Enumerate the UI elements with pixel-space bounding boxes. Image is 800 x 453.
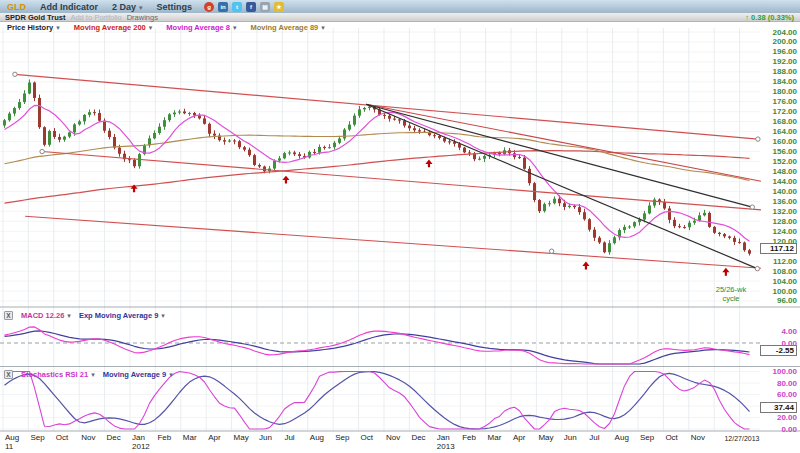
axis-tick-label: 160.00 [773, 137, 798, 146]
ma8-dropdown[interactable]: Moving Average 8 [166, 23, 236, 32]
chart-canvas[interactable]: 25/26-wkcycle204.00200.00196.00192.00188… [0, 0, 800, 453]
axis-tick-label: 184.00 [773, 77, 798, 86]
axis-tick-label: 192.00 [773, 57, 798, 66]
axis-tick-label: 4.00 [781, 327, 797, 336]
time-axis-label: Nov [386, 433, 400, 442]
time-axis-label: Oct [665, 433, 678, 442]
axis-tick-label: 140.00 [773, 187, 798, 196]
axis-tick-label: 100.00 [773, 287, 798, 296]
axis-tick-label: 164.00 [773, 127, 798, 136]
time-axis-label: Mar [183, 433, 197, 442]
drawing-handle[interactable] [756, 137, 760, 141]
last-date-label: 12/27/2013 [724, 435, 759, 442]
axis-tick-label: 144.00 [773, 177, 798, 186]
stoch-dropdown[interactable]: Stochastics RSI 21 [21, 370, 95, 379]
time-axis-label: Jul [589, 433, 599, 442]
time-axis-label: Jan [132, 433, 145, 442]
macd-panel-legend: X MACD 12.26 Exp Moving Average 9 [4, 311, 165, 320]
time-axis-label: Aug [310, 433, 324, 442]
time-axis-label: Oct [361, 433, 374, 442]
drawing-handle[interactable] [13, 72, 17, 76]
ma200-dropdown[interactable]: Moving Average 200 [74, 23, 153, 32]
axis-tick-label: 152.00 [773, 157, 798, 166]
time-axis-label: May [234, 433, 249, 442]
time-axis-label: May [538, 433, 553, 442]
drawing-handle[interactable] [549, 249, 553, 253]
axis-tick-label: 200.00 [773, 37, 798, 46]
time-axis-label: Dec [411, 433, 425, 442]
add-to-portfolio-link[interactable]: Add to Portfolio [70, 13, 121, 22]
drawing-handle[interactable] [750, 205, 754, 209]
price-history-dropdown[interactable]: Price History [7, 23, 60, 32]
macd-dropdown[interactable]: MACD 12.26 [21, 311, 71, 320]
axis-tick-label: 204.00 [773, 28, 798, 37]
time-axis-year: 2013 [437, 442, 455, 451]
macd-value-box: -2.55 [760, 345, 797, 356]
symbol-subheader: SPDR Gold Trust Add to Portfolio Drawing… [0, 13, 800, 22]
axis-tick-label: 172.00 [773, 107, 798, 116]
axis-tick-label: 132.00 [773, 207, 798, 216]
stoch-close-button[interactable]: X [4, 370, 13, 379]
drawing-handle[interactable] [755, 266, 759, 270]
axis-tick-label: 96.00 [777, 296, 798, 305]
stoch-ma-dropdown[interactable]: Moving Average 9 [103, 370, 173, 379]
axis-tick-label: 188.00 [773, 67, 798, 76]
time-axis-label: Nov [81, 433, 95, 442]
price-panel-legend: Price History Moving Average 200 Moving … [7, 23, 325, 32]
twitter-icon[interactable]: t [232, 2, 242, 12]
symbol-label[interactable]: GLD [7, 2, 26, 12]
time-axis-year: 11 [5, 442, 14, 451]
macd-close-button[interactable]: X [4, 311, 13, 320]
up-arrow-icon: ↑ [745, 13, 749, 22]
time-axis-label: Nov [691, 433, 705, 442]
cycle-annotation: 25/26-wk [716, 285, 747, 294]
axis-tick-label: 180.00 [773, 87, 798, 96]
axis-tick-label: 156.00 [773, 147, 798, 156]
facebook-icon[interactable]: f [246, 2, 256, 12]
time-axis-label: Apr [513, 433, 526, 442]
top-toolbar: GLD Add Indicator 2 Day Settings gintf▤★ [0, 0, 800, 13]
add-indicator-button[interactable]: Add Indicator [40, 2, 98, 12]
time-axis-label: Jul [284, 433, 294, 442]
time-axis-label: Jun [259, 433, 272, 442]
ma89-dropdown[interactable]: Moving Average 89 [250, 23, 324, 32]
time-axis-label: Aug [615, 433, 629, 442]
time-axis-year: 2012 [132, 442, 150, 451]
time-axis-label: Mar [488, 433, 502, 442]
google-plus-icon[interactable]: g [204, 2, 214, 12]
time-axis-label: Sep [335, 433, 350, 442]
time-axis-label: Feb [157, 433, 171, 442]
axis-tick-label: 176.00 [773, 97, 798, 106]
axis-tick-label: 168.00 [773, 117, 798, 126]
price-change-badge: ↑ 0.38 (0.33%) [745, 13, 794, 22]
axis-tick-label: 108.00 [773, 267, 798, 276]
time-axis-label: Apr [208, 433, 221, 442]
drawings-menu[interactable]: Drawings [127, 13, 158, 22]
charting-app: 25/26-wkcycle204.00200.00196.00192.00188… [0, 0, 800, 453]
time-axis-label: Feb [462, 433, 476, 442]
period-dropdown[interactable]: 2 Day [112, 2, 143, 12]
stoch-value-box: 37.44 [760, 402, 797, 413]
axis-tick-label: 0.00 [781, 425, 797, 434]
share-icons: gintf▤★ [204, 2, 284, 12]
axis-tick-label: 80.00 [777, 379, 798, 388]
time-axis-label: Aug [5, 433, 19, 442]
cycle-annotation: cycle [722, 294, 739, 303]
print-icon[interactable]: ▤ [260, 2, 270, 12]
axis-tick-label: 124.00 [773, 227, 798, 236]
time-axis-label: Dec [107, 433, 121, 442]
axis-tick-label: 128.00 [773, 217, 798, 226]
share-icon[interactable]: ★ [274, 2, 284, 12]
axis-tick-label: 100.00 [773, 367, 798, 376]
time-axis-label: Sep [640, 433, 655, 442]
stoch-panel-legend: X Stochastics RSI 21 Moving Average 9 [4, 370, 173, 379]
macd-signal-dropdown[interactable]: Exp Moving Average 9 [79, 311, 165, 320]
axis-tick-label: 136.00 [773, 197, 798, 206]
settings-button[interactable]: Settings [157, 2, 193, 12]
linkedin-icon[interactable]: in [218, 2, 228, 12]
time-axis-label: Jan [437, 433, 450, 442]
axis-tick-label: 148.00 [773, 167, 798, 176]
axis-tick-label: 20.00 [777, 413, 798, 422]
drawing-handle[interactable] [40, 149, 44, 153]
axis-tick-label: 196.00 [773, 47, 798, 56]
